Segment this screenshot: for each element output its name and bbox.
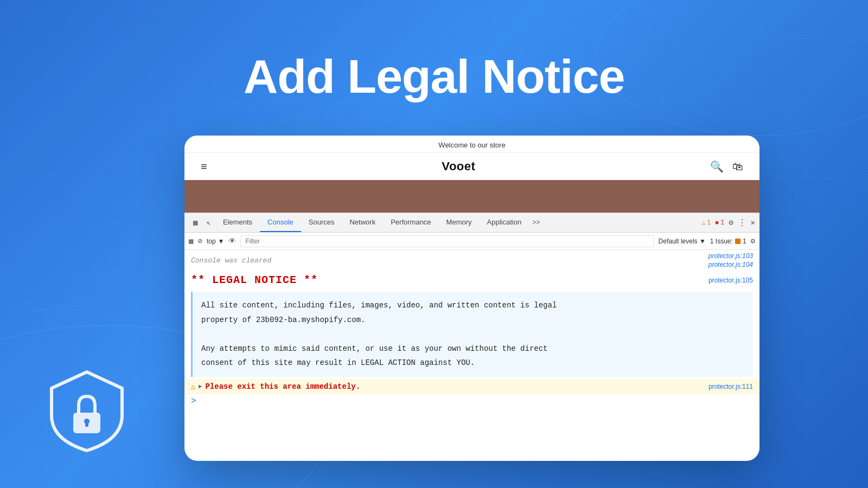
tab-performance[interactable]: Performance [383, 213, 438, 232]
tab-sources[interactable]: Sources [301, 213, 342, 232]
tab-application[interactable]: Application [480, 213, 529, 232]
console-caret-icon: > [191, 396, 196, 406]
console-settings-icon[interactable]: ⚙ [751, 236, 755, 246]
notice-text: All site content, including files, image… [201, 298, 744, 370]
error-badge: ■ 1 [715, 219, 724, 227]
levels-chevron-icon: ▼ [699, 237, 706, 245]
protector-link-105[interactable]: protector.js:105 [709, 277, 753, 284]
protector-link-103[interactable]: protector.js:103 [709, 252, 753, 260]
default-levels-selector[interactable]: Default levels ▼ [659, 237, 706, 245]
error-square-icon: ■ [715, 220, 719, 226]
notice-block: All site content, including files, image… [191, 292, 753, 377]
devtools-kebab-icon[interactable]: ⋮ [738, 217, 746, 228]
console-cleared-row: Console was cleared protector.js:103 pro… [184, 250, 760, 271]
console-body: Console was cleared protector.js:103 pro… [184, 250, 760, 408]
context-selector[interactable]: top ▼ [207, 237, 225, 245]
devtools-toolbar2: ▦ ⊘ top ▼ 👁 Default levels ▼ 1 Issue: 1 … [184, 233, 760, 250]
store-name: Vooet [442, 159, 475, 174]
context-label: top [207, 237, 216, 245]
warning-expand-arrow[interactable]: ► [199, 383, 202, 390]
tab-memory[interactable]: Memory [439, 213, 480, 232]
console-filter-input[interactable] [240, 235, 654, 247]
notice-line3: Any attempts to mimic said content, or u… [201, 344, 548, 353]
page-title: Add Legal Notice [0, 49, 868, 104]
devtools-inspect-icon[interactable]: ↖ [202, 218, 215, 227]
console-caret-row: > [184, 394, 760, 408]
warning-badge: △ 1 [701, 219, 711, 227]
warning-text-group: △ ► Please exit this area immediately. [191, 382, 360, 391]
devtools-sidebar-icon[interactable]: ▦ [189, 218, 202, 227]
panel-layout-icon[interactable]: ▦ [189, 236, 193, 246]
console-warning-row: △ ► Please exit this area immediately. p… [184, 379, 760, 394]
svg-rect-6 [85, 421, 88, 427]
eye-icon[interactable]: 👁 [228, 237, 236, 246]
legal-notice-header-row: ** LEGAL NOTICE ** protector.js:105 [184, 271, 760, 290]
console-cleared-text: Console was cleared [191, 256, 271, 265]
error-count: 1 [720, 219, 724, 227]
store-nav: ≡ Vooet 🔍 🛍 [184, 153, 760, 180]
protector-link-104[interactable]: protector.js:104 [709, 261, 753, 268]
devtools-tab-bar: ▦ ↖ Elements Console Sources Network Per… [184, 213, 760, 233]
notice-line4: consent of this site may result in LEGAL… [201, 358, 475, 367]
more-tabs-button[interactable]: >> [529, 219, 543, 227]
issue-square-icon [735, 239, 741, 244]
search-icon[interactable]: 🔍 [710, 160, 724, 173]
warning-icon: △ [191, 382, 195, 391]
devtools-settings-icon[interactable]: ⚙ [729, 218, 733, 227]
chevron-down-icon: ▼ [218, 237, 225, 245]
shield-lock-icon [43, 367, 130, 455]
devtools-panel: ▦ ↖ Elements Console Sources Network Per… [184, 213, 760, 408]
store-topbar-text: Welcome to our store [438, 141, 505, 149]
notice-line1: All site content, including files, image… [201, 301, 557, 310]
warning-count: 1 [707, 219, 711, 227]
warning-message: Please exit this area immediately. [205, 382, 360, 391]
hamburger-menu-icon[interactable]: ≡ [201, 160, 207, 173]
browser-card: Welcome to our store ≡ Vooet 🔍 🛍 ▦ ↖ Ele… [184, 136, 760, 461]
store-topbar: Welcome to our store [184, 136, 760, 153]
issue-indicator[interactable]: 1 Issue: 1 [710, 237, 746, 245]
tab-elements[interactable]: Elements [215, 213, 260, 232]
notice-line2: property of 23b092-ba.myshopify.com. [201, 316, 365, 324]
protector-link-111[interactable]: protector.js:111 [709, 383, 753, 390]
warning-triangle-icon: △ [701, 219, 705, 226]
devtools-right-controls: △ 1 ■ 1 ⚙ ⋮ ✕ [701, 217, 755, 228]
legal-notice-title: ** LEGAL NOTICE ** [191, 274, 318, 286]
tab-console[interactable]: Console [260, 213, 301, 232]
cart-icon[interactable]: 🛍 [732, 160, 743, 173]
clear-console-icon[interactable]: ⊘ [197, 236, 202, 246]
store-banner [184, 180, 760, 213]
store-nav-icons: 🔍 🛍 [710, 160, 743, 173]
devtools-close-icon[interactable]: ✕ [751, 218, 755, 227]
tab-network[interactable]: Network [342, 213, 383, 232]
